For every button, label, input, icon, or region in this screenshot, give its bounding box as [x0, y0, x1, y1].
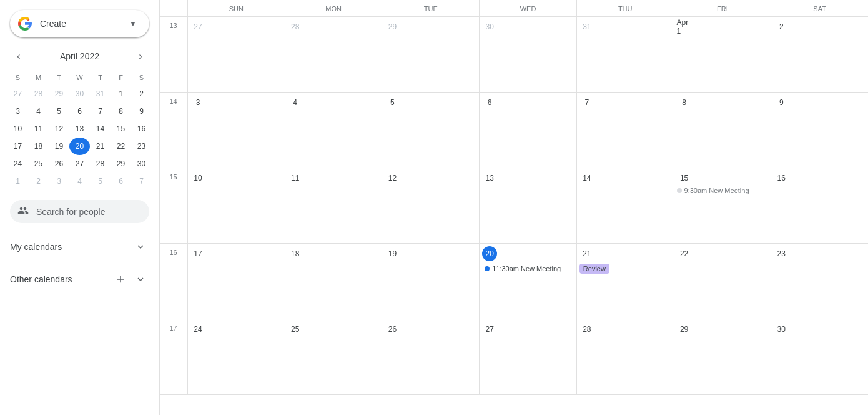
day-number[interactable]: 27 [190, 19, 205, 34]
day-number[interactable]: 31 [579, 19, 594, 34]
mini-cal-day[interactable]: 6 [69, 102, 90, 120]
mini-cal-day[interactable]: 2 [131, 85, 152, 102]
day-cell-9[interactable]: 9 [771, 92, 868, 168]
day-cell-25[interactable]: 25 [285, 319, 382, 394]
day-number-today[interactable]: 20 [482, 246, 497, 261]
day-cell-8[interactable]: 8 [674, 92, 771, 168]
day-cell-13[interactable]: 13 [479, 168, 576, 243]
day-cell-19[interactable]: 19 [382, 244, 479, 319]
my-calendars-expand-button[interactable] [132, 238, 149, 256]
mini-cal-day[interactable]: 13 [69, 120, 90, 138]
mini-cal-day[interactable]: 20 [69, 138, 90, 155]
day-cell-29-mar[interactable]: 29 [382, 17, 479, 92]
day-number[interactable]: 8 [677, 95, 692, 110]
day-cell-12[interactable]: 12 [382, 168, 479, 243]
day-cell-6[interactable]: 6 [479, 92, 576, 168]
day-number[interactable]: 25 [288, 322, 303, 337]
mini-cal-day[interactable]: 28 [28, 85, 49, 102]
day-number[interactable]: 30 [482, 19, 497, 34]
mini-cal-day[interactable]: 22 [111, 138, 131, 155]
day-cell-15-fri[interactable]: 15 9:30am New Meeting [674, 168, 771, 243]
day-number[interactable]: 29 [385, 19, 400, 34]
mini-cal-day[interactable]: 24 [7, 155, 28, 172]
day-number[interactable]: 14 [579, 171, 594, 186]
mini-cal-day[interactable]: 1 [111, 85, 131, 102]
mini-cal-day[interactable]: 8 [111, 102, 131, 120]
next-month-button[interactable]: › [132, 48, 149, 65]
day-number[interactable]: 22 [677, 246, 692, 261]
day-cell-17[interactable]: 17 [187, 244, 285, 319]
mini-cal-day[interactable]: 6 [111, 172, 131, 190]
day-number[interactable]: 7 [579, 95, 594, 110]
day-cell-29-apr[interactable]: 29 [674, 319, 771, 394]
mini-cal-day[interactable]: 12 [49, 120, 69, 138]
mini-cal-day[interactable]: 4 [28, 102, 49, 120]
mini-cal-day[interactable]: 3 [49, 172, 69, 190]
day-number[interactable]: 26 [385, 322, 400, 337]
day-number[interactable]: 3 [190, 95, 205, 110]
day-number[interactable]: 13 [482, 171, 497, 186]
day-number[interactable]: 4 [288, 95, 303, 110]
mini-cal-day[interactable]: 14 [90, 120, 111, 138]
mini-cal-day[interactable]: 7 [90, 102, 111, 120]
mini-cal-day[interactable]: 5 [49, 102, 69, 120]
mini-cal-day[interactable]: 18 [28, 138, 49, 155]
day-cell-apr-1[interactable]: Apr 1 [674, 17, 771, 92]
mini-cal-day[interactable]: 1 [7, 172, 28, 190]
day-number[interactable]: 27 [482, 322, 497, 337]
other-calendars-header[interactable]: Other calendars [10, 266, 149, 293]
day-number[interactable]: 6 [482, 95, 497, 110]
mini-cal-day[interactable]: 16 [131, 120, 152, 138]
mini-cal-day[interactable]: 25 [28, 155, 49, 172]
mini-cal-day[interactable]: 15 [111, 120, 131, 138]
mini-cal-day[interactable]: 31 [90, 85, 111, 102]
day-cell-22[interactable]: 22 [674, 244, 771, 319]
mini-cal-day[interactable]: 28 [90, 155, 111, 172]
day-number[interactable]: 30 [774, 322, 789, 337]
day-cell-31-mar[interactable]: 31 [576, 17, 674, 92]
day-cell-27-mar[interactable]: 27 [187, 17, 285, 92]
day-cell-21[interactable]: 21 Review [576, 244, 674, 319]
other-calendars-expand-button[interactable] [132, 271, 149, 288]
create-button[interactable]: Create ▼ [10, 10, 149, 38]
review-event-chip[interactable]: Review [579, 264, 609, 274]
mini-cal-day[interactable]: 30 [69, 85, 90, 102]
day-cell-28-mar[interactable]: 28 [285, 17, 382, 92]
mini-cal-day[interactable]: 29 [111, 155, 131, 172]
day-cell-7[interactable]: 7 [576, 92, 674, 168]
day-cell-28-apr[interactable]: 28 [576, 319, 674, 394]
day-number[interactable]: 29 [677, 322, 692, 337]
new-meeting-dot-event[interactable]: 11:30am New Meeting [482, 264, 563, 274]
day-cell-23[interactable]: 23 [771, 244, 868, 319]
day-number[interactable]: 5 [385, 95, 400, 110]
mini-cal-day[interactable]: 29 [49, 85, 69, 102]
day-number[interactable]: 10 [190, 171, 205, 186]
day-number[interactable]: 19 [385, 246, 400, 261]
new-meeting-ghost-event[interactable]: 9:30am New Meeting [677, 187, 769, 194]
day-cell-18[interactable]: 18 [285, 244, 382, 319]
day-cell-3[interactable]: 3 [187, 92, 285, 168]
day-number[interactable]: 28 [579, 322, 594, 337]
day-cell-30-apr[interactable]: 30 [771, 319, 868, 394]
day-number[interactable]: 12 [385, 171, 400, 186]
mini-cal-day[interactable]: 30 [131, 155, 152, 172]
mini-cal-day[interactable]: 5 [90, 172, 111, 190]
day-number[interactable]: 9 [774, 95, 789, 110]
mini-cal-day[interactable]: 2 [28, 172, 49, 190]
day-number[interactable]: 21 [579, 246, 594, 261]
day-number[interactable]: 18 [288, 246, 303, 261]
mini-cal-day[interactable]: 11 [28, 120, 49, 138]
day-cell-14[interactable]: 14 [576, 168, 674, 243]
day-number[interactable]: Apr 1 [677, 19, 692, 34]
day-number[interactable]: 28 [288, 19, 303, 34]
day-cell-26[interactable]: 26 [382, 319, 479, 394]
mini-cal-day[interactable]: 26 [49, 155, 69, 172]
add-other-calendar-button[interactable] [112, 271, 129, 288]
day-number[interactable]: 17 [190, 246, 205, 261]
day-number[interactable]: 16 [774, 171, 789, 186]
day-cell-24[interactable]: 24 [187, 319, 285, 394]
day-cell-20-today[interactable]: 20 11:30am New Meeting [479, 244, 576, 319]
day-cell-27-apr[interactable]: 27 [479, 319, 576, 394]
my-calendars-header[interactable]: My calendars [10, 233, 149, 261]
search-people-input[interactable]: Search for people [10, 200, 149, 223]
